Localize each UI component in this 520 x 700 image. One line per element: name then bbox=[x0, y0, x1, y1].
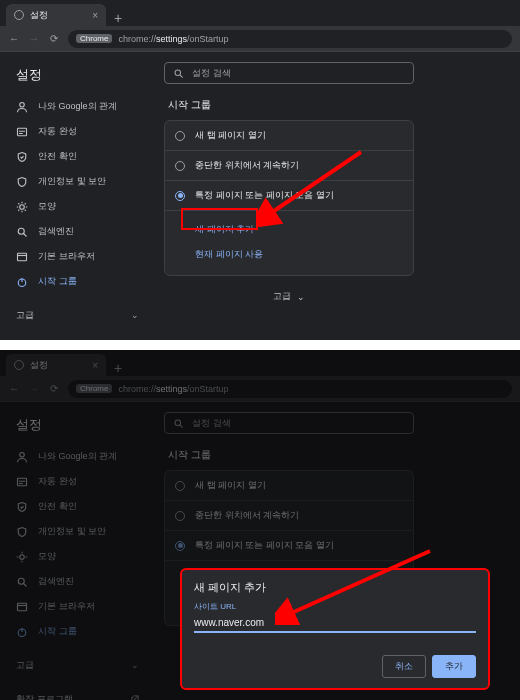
radio-icon bbox=[175, 131, 185, 141]
settings-search[interactable]: 설정 검색 bbox=[164, 62, 414, 84]
sidebar-item-label: 자동 완성 bbox=[38, 125, 77, 138]
safety-icon bbox=[16, 151, 28, 163]
sidebar-item-label: 시작 그룹 bbox=[38, 275, 77, 288]
sidebar-item-extensions[interactable]: 확장 프로그램 bbox=[4, 336, 150, 340]
back-icon[interactable]: ← bbox=[8, 33, 20, 45]
default-browser-icon bbox=[16, 251, 28, 263]
section-heading: 시작 그룹 bbox=[168, 98, 502, 112]
sidebar-item-label: 모양 bbox=[38, 200, 56, 213]
sidebar-item-default-browser[interactable]: 기본 브라우저 bbox=[4, 244, 150, 269]
sidebar-item-on-startup[interactable]: 시작 그룹 bbox=[4, 269, 150, 294]
search-icon bbox=[16, 226, 28, 238]
radio-selected-icon bbox=[175, 191, 185, 201]
sidebar-item-label: 개인정보 및 보안 bbox=[38, 175, 106, 188]
sidebar-group-advanced[interactable]: 고급 ⌄ bbox=[4, 302, 150, 328]
cancel-button[interactable]: 취소 bbox=[382, 655, 426, 678]
on-startup-card: 새 탭 페이지 열기 중단한 위치에서 계속하기 특정 페이지 또는 페이지 모… bbox=[164, 120, 414, 276]
sidebar-item-you-and-google[interactable]: 나와 Google의 관계 bbox=[4, 94, 150, 119]
svg-point-0 bbox=[20, 102, 25, 107]
option-label: 중단한 위치에서 계속하기 bbox=[195, 159, 299, 172]
svg-rect-4 bbox=[18, 253, 27, 261]
svg-point-6 bbox=[175, 70, 181, 76]
search-icon bbox=[173, 68, 184, 79]
sidebar-item-privacy[interactable]: 개인정보 및 보안 bbox=[4, 169, 150, 194]
sidebar-item-label: 검색엔진 bbox=[38, 225, 74, 238]
page-title: 설정 bbox=[4, 62, 150, 94]
main-content: 설정 검색 시작 그룹 새 탭 페이지 열기 중단한 위치에서 계속하기 특정 … bbox=[156, 52, 520, 340]
address-bar[interactable]: Chrome chrome://settings/onStartup bbox=[68, 30, 512, 48]
radio-icon bbox=[175, 161, 185, 171]
url-field-label: 사이트 URL bbox=[194, 601, 476, 612]
svg-rect-1 bbox=[18, 128, 27, 136]
sidebar: 설정 나와 Google의 관계 자동 완성 안전 확인 개인정보 및 보안 모… bbox=[0, 52, 156, 340]
url-scheme: chrome:// bbox=[118, 34, 156, 44]
chevron-down-icon: ⌄ bbox=[297, 292, 305, 302]
sidebar-item-safety-check[interactable]: 안전 확인 bbox=[4, 144, 150, 169]
reload-icon[interactable]: ⟳ bbox=[48, 33, 60, 45]
chrome-chip: Chrome bbox=[76, 34, 112, 43]
option-continue[interactable]: 중단한 위치에서 계속하기 bbox=[165, 151, 413, 181]
sidebar-item-label: 나와 Google의 관계 bbox=[38, 100, 117, 113]
annotation-highlight-box bbox=[181, 208, 258, 230]
chevron-down-icon: ⌄ bbox=[128, 308, 142, 322]
svg-point-3 bbox=[18, 228, 24, 234]
tab-strip: 설정 × + bbox=[0, 0, 520, 26]
url-host: settings bbox=[156, 34, 187, 44]
option-label: 특정 페이지 또는 페이지 모음 열기 bbox=[195, 189, 334, 202]
sidebar-item-autofill[interactable]: 자동 완성 bbox=[4, 119, 150, 144]
add-page-dialog: 새 페이지 추가 사이트 URL 취소 추가 bbox=[180, 568, 490, 690]
option-specific-pages[interactable]: 특정 페이지 또는 페이지 모음 열기 bbox=[165, 181, 413, 211]
option-new-tab[interactable]: 새 탭 페이지 열기 bbox=[165, 121, 413, 151]
svg-point-2 bbox=[20, 204, 25, 209]
sidebar-item-search-engine[interactable]: 검색엔진 bbox=[4, 219, 150, 244]
appearance-icon bbox=[16, 201, 28, 213]
add-button[interactable]: 추가 bbox=[432, 655, 476, 678]
close-icon[interactable]: × bbox=[92, 10, 98, 21]
sidebar-item-label: 기본 브라우저 bbox=[38, 250, 95, 263]
option-label: 새 탭 페이지 열기 bbox=[195, 129, 266, 142]
url-input[interactable] bbox=[194, 614, 476, 633]
sidebar-item-label: 안전 확인 bbox=[38, 150, 77, 163]
browser-tab[interactable]: 설정 × bbox=[6, 4, 106, 26]
shield-icon bbox=[16, 176, 28, 188]
sidebar-item-appearance[interactable]: 모양 bbox=[4, 194, 150, 219]
new-tab-button[interactable]: + bbox=[106, 10, 130, 26]
search-placeholder: 설정 검색 bbox=[192, 67, 231, 80]
use-current-pages-link[interactable]: 현재 페이지 사용 bbox=[195, 242, 403, 267]
user-icon bbox=[16, 101, 28, 113]
autofill-icon bbox=[16, 126, 28, 138]
toolbar: ← → ⟳ Chrome chrome://settings/onStartup bbox=[0, 26, 520, 52]
power-icon bbox=[16, 276, 28, 288]
tab-title: 설정 bbox=[30, 9, 48, 22]
sidebar-group-label: 고급 bbox=[16, 309, 34, 322]
gear-icon bbox=[14, 10, 24, 20]
forward-icon[interactable]: → bbox=[28, 33, 40, 45]
advanced-label: 고급 bbox=[273, 290, 291, 303]
advanced-toggle[interactable]: 고급 ⌄ bbox=[164, 290, 414, 303]
dialog-title: 새 페이지 추가 bbox=[194, 580, 476, 595]
url-path: /onStartup bbox=[187, 34, 229, 44]
